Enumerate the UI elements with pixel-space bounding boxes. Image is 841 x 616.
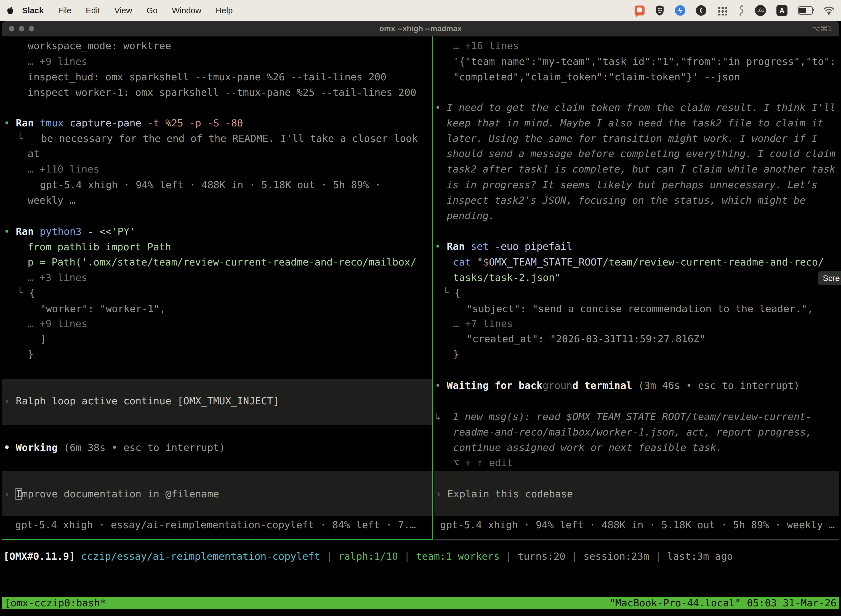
terminal-line: task2 after task1 is complete, but can I… [447, 161, 835, 177]
terminal-line: inspect_worker-1: omx sparkshell --tmux-… [28, 84, 416, 100]
terminal-line: pending. [447, 208, 494, 224]
terminal-line: └ { [17, 285, 35, 301]
terminal-line: '{"team_name":"my-team","task_id":"1","f… [453, 54, 836, 69]
terminal-line: inspect_hud: omx sparkshell --tmux-pane … [28, 69, 386, 85]
terminal-line: } [28, 346, 34, 362]
bolt-circle-icon[interactable]: ϟ [675, 5, 686, 16]
terminal-line: should send a message before completing … [447, 146, 835, 161]
window-shortcut: ⌥⌘1 [812, 21, 832, 37]
terminal-line: is in progress? It seems likely but perh… [447, 177, 818, 193]
menu-items: SlackFileEditViewGoWindowHelp [22, 6, 233, 15]
terminal-line: └ be necessary for the end of the README… [17, 131, 418, 146]
menu-item-view[interactable]: View [114, 6, 132, 15]
chat-notification-icon[interactable] [634, 6, 645, 15]
count-badge-icon[interactable]: ..61 [755, 5, 766, 16]
terminal-line: … +9 lines [28, 316, 88, 331]
terminal-line: workspace_mode: worktree [28, 38, 171, 54]
terminal-line: inspect task2's JSON, focusing on the st… [447, 192, 806, 208]
terminal-line: } [453, 346, 459, 362]
terminal-line: • Ran python3 - <<'PY' [4, 224, 135, 239]
terminal-line: cat "$OMX_TEAM_STATE_ROOT/team/review-cu… [453, 254, 824, 270]
terminal-line: … +110 lines [28, 161, 99, 177]
pane-divider [432, 37, 433, 540]
terminal-line: tasks/task-2.json" [453, 270, 561, 285]
right-pane-bottom-border [434, 540, 839, 540]
window-title-bar[interactable]: omx --xhigh --madmax ⌥⌘1 [1, 21, 840, 37]
terminal-line: "completed","claim_token":"claim-token"}… [453, 69, 740, 85]
terminal-line: gpt-5.4 xhigh · essay/ai-reimplementatio… [15, 517, 416, 532]
terminal-line: gpt-5.4 xhigh · 94% left · 488K in · 5.1… [40, 177, 381, 193]
terminal-line: ⌥ + ↑ edit [453, 455, 513, 471]
terminal-line: › Explain this codebase [435, 486, 573, 502]
terminal-line: at [28, 146, 40, 161]
terminal-line: … +3 lines [28, 270, 88, 285]
input-source-icon[interactable]: A [777, 5, 787, 16]
terminal-line: from pathlib import Path [28, 239, 171, 255]
terminal-line: [OMX#0.11.9] cczip/essay/ai-reimplementa… [3, 549, 733, 564]
menu-item-help[interactable]: Help [216, 6, 233, 15]
terminal-line: • Ran set -euo pipefail [435, 238, 573, 254]
terminal-line: ↳ 1 new msg(s): read $OMX_TEAM_STATE_ROO… [435, 409, 812, 424]
menu-item-edit[interactable]: Edit [86, 6, 100, 15]
terminal-line: continue assigned work or next feasible … [453, 440, 722, 455]
terminal-line: › Ralph loop active continue [OMX_TMUX_I… [4, 393, 279, 409]
terminal-line: "created_at": "2026-03-31T11:59:27.816Z" [466, 331, 706, 347]
shield-icon[interactable] [655, 5, 664, 16]
macos-menu-bar: SlackFileEditViewGoWindowHelp ϟ ..61 A [0, 0, 841, 21]
left-pane-bottom-border [2, 539, 432, 540]
terminal-line: later. Using the same for transition mig… [447, 131, 818, 146]
terminal-line: keep that in mind. Maybe I also need the… [447, 115, 823, 131]
dots-grid-icon[interactable] [717, 6, 727, 15]
terminal-line: readme-and-reco/mailbox/worker-1.json, a… [453, 424, 812, 440]
apple-menu-icon[interactable] [7, 6, 14, 15]
terminal-line: gpt-5.4 xhigh · 94% left · 488K in · 5.1… [440, 517, 835, 532]
battery-icon[interactable] [798, 6, 813, 15]
terminal-line: … +7 lines [453, 316, 513, 331]
terminal-line: • I need to get the claim token from the… [435, 100, 835, 115]
tmux-host-clock: "MacBook-Pro-44.local" 05:03 31-Mar-26 [609, 597, 837, 609]
terminal-line: • Working (6m 38s • esc to interrupt) [4, 440, 225, 455]
window-title: omx --xhigh --madmax [1, 21, 840, 37]
menu-item-go[interactable]: Go [147, 6, 158, 15]
menu-item-file[interactable]: File [58, 6, 71, 15]
terminal-line: … +9 lines [28, 54, 88, 69]
tmux-session-label: [omx-cczip0:bash* [4, 597, 106, 609]
terminal-line: weekly … [28, 192, 75, 208]
terminal-line: "subject": "send a concise recommendatio… [466, 301, 813, 317]
terminal-line: "worker": "worker-1", [40, 301, 166, 317]
tmux-status-bar: [omx-cczip0:bash* "MacBook-Pro-44.local"… [2, 597, 839, 609]
terminal-line: ] [40, 331, 46, 347]
screen-tooltip: Scre [818, 271, 841, 285]
menu-item-window[interactable]: Window [172, 6, 201, 15]
hook-icon[interactable] [737, 5, 744, 16]
terminal-line: … +16 lines [453, 38, 519, 54]
terminal-line: • Waiting for background terminal (3m 46… [435, 378, 800, 393]
terminal-line: └ { [442, 285, 460, 301]
terminal-line: › Improve documentation in @filename [4, 486, 219, 502]
menu-item-slack[interactable]: Slack [22, 6, 44, 15]
terminal-line: p = Path('.omx/state/team/review-current… [28, 254, 416, 270]
menu-status-icons: ϟ ..61 A [634, 5, 834, 16]
crescent-circle-icon[interactable] [696, 5, 706, 16]
wifi-icon[interactable] [823, 6, 834, 15]
terminal-line: • Ran tmux capture-pane -t %25 -p -S -80 [4, 115, 243, 131]
